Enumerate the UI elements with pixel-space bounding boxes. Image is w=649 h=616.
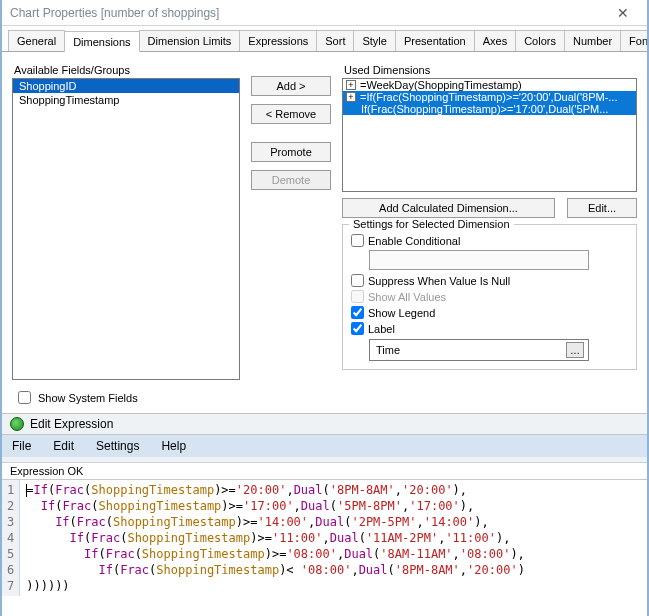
conditional-expr-field [369, 250, 589, 270]
expand-icon[interactable]: + [346, 92, 356, 102]
tab-strip: GeneralDimensionsDimension LimitsExpress… [2, 26, 647, 52]
edit-expression-title: Edit Expression [30, 417, 113, 431]
available-label: Available Fields/Groups [14, 64, 240, 76]
used-dim-row[interactable]: +=If(Frac(ShoppingTimestamp)>='20:00',Du… [343, 91, 636, 103]
ok-icon [10, 417, 24, 431]
list-item[interactable]: ShoppingTimestamp [13, 93, 239, 107]
show-legend-checkbox[interactable]: Show Legend [351, 306, 628, 319]
tab-colors[interactable]: Colors [515, 30, 565, 51]
used-dim-row[interactable]: +=WeekDay(ShoppingTimestamp) [343, 79, 636, 91]
used-dim-row[interactable]: If(Frac(ShoppingTimestamp)>='17:00',Dual… [343, 103, 636, 115]
menu-settings[interactable]: Settings [96, 439, 139, 453]
label-edit-button[interactable]: … [566, 342, 584, 358]
tab-sort[interactable]: Sort [316, 30, 354, 51]
menu-edit[interactable]: Edit [53, 439, 74, 453]
expand-icon[interactable]: + [346, 80, 356, 90]
expression-status: Expression OK [2, 463, 647, 479]
promote-button[interactable]: Promote [251, 142, 331, 162]
add-calc-dim-button[interactable]: Add Calculated Dimension... [342, 198, 555, 218]
edit-expression-titlebar: Edit Expression [2, 413, 647, 435]
used-dimensions-list[interactable]: +=WeekDay(ShoppingTimestamp)+=If(Frac(Sh… [342, 78, 637, 192]
used-label: Used Dimensions [344, 64, 637, 76]
list-item[interactable]: ShoppingID [13, 79, 239, 93]
tab-presentation[interactable]: Presentation [395, 30, 475, 51]
tab-font[interactable]: Font [620, 30, 649, 51]
tab-number[interactable]: Number [564, 30, 621, 51]
show-all-values-checkbox: Show All Values [351, 290, 628, 303]
demote-button: Demote [251, 170, 331, 190]
window-titlebar: Chart Properties [number of shoppings] ✕ [2, 0, 647, 26]
remove-button[interactable]: < Remove [251, 104, 331, 124]
expression-editor[interactable]: 1234567 =If(Frac(ShoppingTimestamp)>='20… [2, 479, 647, 596]
available-fields-list[interactable]: ShoppingIDShoppingTimestamp [12, 78, 240, 380]
settings-group-title: Settings for Selected Dimension [349, 218, 514, 230]
edit-expression-menu: FileEditSettingsHelp [2, 435, 647, 457]
label-input[interactable] [374, 343, 566, 357]
settings-group: Settings for Selected Dimension Enable C… [342, 224, 637, 370]
window-title: Chart Properties [number of shoppings] [10, 6, 219, 20]
menu-help[interactable]: Help [161, 439, 186, 453]
label-checkbox[interactable]: Label [351, 322, 628, 335]
menu-file[interactable]: File [12, 439, 31, 453]
tab-dimension-limits[interactable]: Dimension Limits [139, 30, 241, 51]
add-button[interactable]: Add > [251, 76, 331, 96]
enable-conditional-checkbox[interactable]: Enable Conditional [351, 234, 628, 247]
close-icon[interactable]: ✕ [607, 5, 639, 21]
tab-dimensions[interactable]: Dimensions [64, 31, 139, 52]
tab-style[interactable]: Style [353, 30, 395, 51]
tab-expressions[interactable]: Expressions [239, 30, 317, 51]
tab-general[interactable]: General [8, 30, 65, 51]
edit-button[interactable]: Edit... [567, 198, 637, 218]
suppress-null-checkbox[interactable]: Suppress When Value Is Null [351, 274, 628, 287]
tab-axes[interactable]: Axes [474, 30, 516, 51]
show-system-fields-checkbox[interactable]: Show System Fields [14, 388, 647, 407]
